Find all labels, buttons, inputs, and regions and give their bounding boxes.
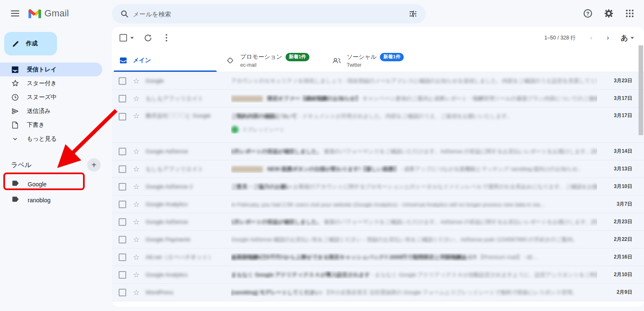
label-tag-icon <box>12 196 19 204</box>
email-snippet: 2月レポートの収益が確定しました。 最新のパフォーマンスをご確認いただけます。A… <box>231 148 597 154</box>
help-icon[interactable]: ? <box>579 5 596 22</box>
select-all-checkbox[interactable] <box>119 34 127 42</box>
row-star-icon[interactable]: ☆ <box>133 236 140 243</box>
inbox-icon <box>11 65 19 74</box>
email-row[interactable]: ☆ Google Payments Google AdSense 確認のお支払い… <box>112 231 644 248</box>
newer-page-chevron[interactable]: ‹ <box>584 34 598 42</box>
tab-primary[interactable]: メイン <box>112 49 218 72</box>
row-checkbox[interactable] <box>119 77 126 85</box>
sidebar-item-more[interactable]: もっと見る <box>0 132 102 146</box>
new-mail-badge: 新着1件 <box>380 53 404 61</box>
email-date: 3月14日 <box>597 148 632 155</box>
search-icon[interactable] <box>116 5 133 22</box>
sidebar-item-drafts[interactable]: 下書き <box>0 118 102 132</box>
sidebar-item-inbox[interactable]: 受信トレイ <box>0 63 102 76</box>
email-snippet: 限定オファー【継続報酬のお知らせ】 キャンペーン参加のご案内と成果レポート・報酬… <box>231 95 597 102</box>
more-options-icon[interactable] <box>158 29 175 46</box>
row-star-icon[interactable]: ☆ <box>133 254 140 261</box>
input-tools-caret <box>631 37 634 39</box>
mail-list-panel: 1–50 / 328 行 ‹ › あ メイン プロモーション <box>112 27 644 307</box>
google-apps-grid-icon[interactable] <box>621 5 638 22</box>
email-row[interactable]: ☆ A8.net（エーハチネット） 超高額報酬4万5千円!!から上乗せできる限定… <box>112 248 644 266</box>
email-date: 2月16日 <box>597 254 632 261</box>
label-chip <box>231 166 263 172</box>
email-sender: Google Payments <box>145 236 229 243</box>
label-chip <box>231 96 263 102</box>
star-icon <box>11 79 19 88</box>
row-checkbox[interactable] <box>119 271 126 279</box>
sidebar-item-label: 下書き <box>27 121 44 129</box>
sidebar-item-starred[interactable]: スター付き <box>0 76 102 90</box>
hamburger-menu-button[interactable] <box>5 3 25 24</box>
gmail-m-icon <box>29 8 41 18</box>
email-row[interactable]: ☆ Google Analytics In February, you had … <box>112 196 644 213</box>
row-star-icon[interactable]: ☆ <box>133 289 140 296</box>
sidebar-label-google[interactable]: Google <box>0 176 102 193</box>
email-row[interactable]: ☆ Google AdSense 1月レポートの収益が確定しました。 最新のパフ… <box>112 213 644 231</box>
email-snippet: [ranoblog] モデレートしてください: 【中小企業必見!】注目度抜群の … <box>231 289 578 295</box>
row-star-icon[interactable]: ☆ <box>133 183 140 191</box>
email-row[interactable]: ☆ WordPress [ranoblog] モデレートしてください: 【中小企… <box>112 284 644 301</box>
search-filter-tune-icon[interactable] <box>405 5 421 22</box>
older-page-chevron[interactable]: › <box>601 34 615 42</box>
create-label-plus-button[interactable]: + <box>87 158 101 172</box>
search-bar[interactable] <box>112 4 426 24</box>
row-checkbox[interactable] <box>119 148 126 155</box>
row-star-icon[interactable]: ☆ <box>133 271 140 279</box>
sidebar-label-ranoblog[interactable]: ranoblog <box>0 193 102 208</box>
tab-promotions[interactable]: プロモーション 新着1件 ec-mail <box>218 49 325 72</box>
input-tools-button[interactable]: あ <box>618 33 637 43</box>
list-toolbar: 1–50 / 328 行 ‹ › あ <box>112 27 644 49</box>
attachment-chip[interactable]: スプレッドシート <box>231 126 597 133</box>
sidebar-item-sent[interactable]: 送信済み <box>0 104 102 118</box>
email-date: 3月10日 <box>597 183 632 190</box>
row-star-icon[interactable]: ☆ <box>133 218 140 226</box>
email-snippet: アカウントのセキュリティを強化しましょう - 現在登録のメールアドレスに確認のお… <box>231 78 597 84</box>
email-snippet: ご意見・ご協力のお願い お客様のアカウントに関するプロモーションとのトータルなド… <box>231 183 597 190</box>
row-checkbox[interactable] <box>119 236 126 243</box>
email-row[interactable]: ☆ 株式会社〇〇〇と Google ご契約内容の確認について - ドキュメントが… <box>112 107 644 143</box>
settings-gear-icon[interactable] <box>600 5 617 22</box>
row-checkbox[interactable] <box>119 201 126 208</box>
row-star-icon[interactable]: ☆ <box>133 165 140 173</box>
search-input[interactable] <box>133 10 405 18</box>
row-checkbox[interactable] <box>119 289 126 296</box>
row-checkbox[interactable] <box>119 218 126 226</box>
tab-label: プロモーション <box>240 53 282 61</box>
scrollbar-thumb[interactable] <box>639 45 643 135</box>
email-date: 2月22日 <box>597 236 632 243</box>
tab-label: ソーシャル <box>347 53 377 61</box>
toolbar-right: 1–50 / 328 行 ‹ › あ <box>544 33 637 43</box>
row-star-icon[interactable]: ☆ <box>133 148 140 155</box>
sidebar-item-snoozed[interactable]: スヌーズ中 <box>0 90 102 104</box>
row-checkbox[interactable] <box>119 254 126 261</box>
pencil-icon <box>12 39 20 48</box>
input-tools-label: あ <box>621 33 628 43</box>
row-star-icon[interactable]: ☆ <box>133 112 140 120</box>
row-star-icon[interactable]: ☆ <box>133 95 140 102</box>
email-row[interactable]: ☆ Google AdSense 2 ご意見・ご協力のお願い お客様のアカウント… <box>112 178 644 196</box>
row-star-icon[interactable]: ☆ <box>133 77 140 85</box>
select-dropdown-caret[interactable] <box>130 37 134 39</box>
label-name: ranoblog <box>28 197 51 204</box>
email-date: 2月9日 <box>597 289 632 296</box>
row-checkbox[interactable] <box>119 113 126 120</box>
email-row[interactable]: ☆ もしもアフィリエイト 限定オファー【継続報酬のお知らせ】 キャンペーン参加の… <box>112 90 644 107</box>
gmail-logo: Gmail <box>29 8 69 19</box>
email-row[interactable]: ☆ Google AdSense 2月レポートの収益が確定しました。 最新のパフ… <box>112 143 644 160</box>
email-row[interactable]: ☆ Google Analytics まもなく Google アナリティクス 4… <box>112 266 644 284</box>
row-star-icon[interactable]: ☆ <box>133 201 140 208</box>
row-checkbox[interactable] <box>119 95 126 102</box>
refresh-icon[interactable] <box>140 29 156 46</box>
labels-header: ラベル + <box>11 158 102 172</box>
row-checkbox[interactable] <box>119 165 126 173</box>
email-row[interactable]: ☆ もしもアフィリエイト NEW 提携ボタンの仕様が変わります!【新しい提携】 … <box>112 160 644 178</box>
email-row[interactable]: ☆ Google アカウントのセキュリティを強化しましょう - 現在登録のメール… <box>112 72 644 90</box>
email-snippet: 超高額報酬4万5千円!!から上乗せできる限定キャッシュバック!! 2000円で期… <box>231 254 538 260</box>
primary-tab-icon <box>119 57 127 64</box>
tab-label: メイン <box>133 57 151 64</box>
clock-icon <box>11 93 19 102</box>
tab-social[interactable]: ソーシャル 新着1件 Twitter <box>325 49 431 72</box>
row-checkbox[interactable] <box>119 183 126 191</box>
compose-button[interactable]: 作成 <box>4 32 57 55</box>
